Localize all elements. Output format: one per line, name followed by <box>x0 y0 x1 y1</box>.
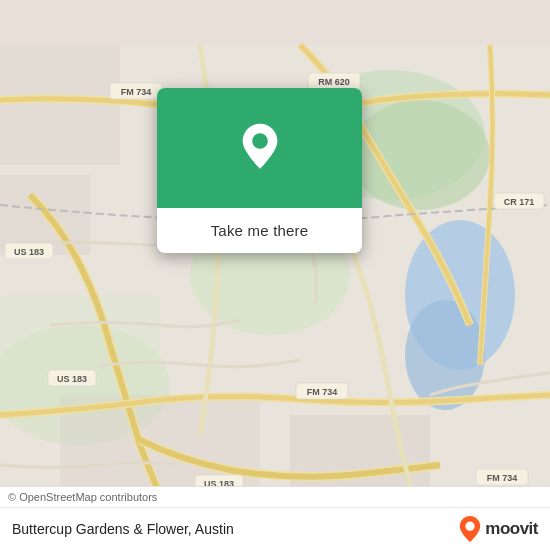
bottom-bar: © OpenStreetMap contributors Buttercup G… <box>0 486 550 550</box>
svg-text:RM 620: RM 620 <box>318 77 350 87</box>
svg-point-29 <box>252 133 268 149</box>
svg-point-30 <box>466 522 475 531</box>
location-bar: Buttercup Gardens & Flower, Austin moovi… <box>0 507 550 550</box>
svg-point-4 <box>405 300 485 410</box>
location-popup: Take me there <box>157 88 362 253</box>
popup-action[interactable]: Take me there <box>157 208 362 253</box>
map-svg: FM 734 RM 620 CR 171 US 183 US 183 US 18… <box>0 0 550 550</box>
take-me-there-button[interactable]: Take me there <box>211 222 309 239</box>
svg-text:US 183: US 183 <box>14 247 44 257</box>
svg-text:US 183: US 183 <box>57 374 87 384</box>
svg-text:CR 171: CR 171 <box>504 197 535 207</box>
popup-header <box>157 88 362 208</box>
location-pin-icon <box>234 122 286 174</box>
moovit-logo: moovit <box>459 516 538 542</box>
map-attribution: © OpenStreetMap contributors <box>0 486 550 507</box>
moovit-brand-label: moovit <box>485 519 538 539</box>
svg-rect-8 <box>0 45 120 165</box>
map-container: FM 734 RM 620 CR 171 US 183 US 183 US 18… <box>0 0 550 550</box>
svg-text:FM 734: FM 734 <box>487 473 518 483</box>
svg-point-2 <box>350 100 490 210</box>
moovit-pin-icon <box>459 516 481 542</box>
location-label: Buttercup Gardens & Flower, Austin <box>12 521 234 537</box>
svg-text:FM 734: FM 734 <box>121 87 152 97</box>
svg-text:FM 734: FM 734 <box>307 387 338 397</box>
